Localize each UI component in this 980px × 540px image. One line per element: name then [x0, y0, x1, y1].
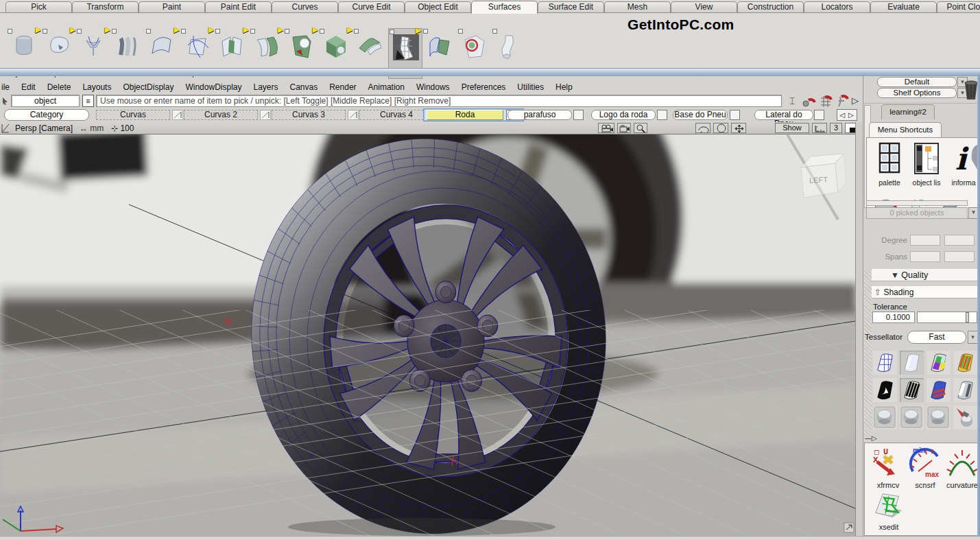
layer-checkbox[interactable] — [657, 110, 667, 120]
layer-category-button[interactable]: Category — [4, 109, 89, 121]
layer-symmetry-icon[interactable] — [260, 110, 271, 120]
tab-pick[interactable]: Pick — [5, 1, 72, 12]
tab-evaluate[interactable]: Evaluate — [870, 1, 937, 12]
zoom-tool-icon[interactable] — [634, 123, 647, 133]
tolerance-slider-thumb[interactable] — [966, 312, 969, 322]
tab-view[interactable]: View — [671, 1, 737, 12]
menu-windows[interactable]: Windows — [416, 82, 450, 92]
layer-checkbox[interactable] — [573, 110, 584, 120]
shading-mode-shaded-button[interactable] — [900, 351, 924, 375]
tab-curves[interactable]: Curves — [272, 1, 338, 12]
shading-mode-sphere-button[interactable] — [927, 406, 951, 430]
menu-objectdisplay[interactable]: ObjectDisplay — [123, 82, 174, 92]
magnet-point-snap-icon[interactable] — [801, 94, 816, 108]
shading-mode-patches-button[interactable] — [927, 351, 951, 375]
shading-mode-spray-button[interactable] — [953, 406, 977, 430]
layer-button-curvas-4[interactable]: Curvas 4 — [359, 110, 433, 120]
menu-canvas[interactable]: Canvas — [290, 82, 318, 92]
menu-layouts[interactable]: Layouts — [82, 82, 111, 92]
layout-corner-icon[interactable] — [845, 123, 856, 133]
layer-button-curvas-2[interactable]: Curvas 2 — [184, 110, 258, 120]
window-corner-icon[interactable] — [1, 124, 10, 133]
perspective-viewport-canvas[interactable]: LEFT — [0, 134, 855, 536]
layer-button-roda[interactable]: Roda — [427, 110, 503, 120]
shading-mode-sphere-button[interactable] — [873, 406, 897, 430]
tab-locators[interactable]: Locators — [804, 1, 870, 12]
tumble-icon[interactable] — [695, 123, 710, 133]
layer-button-curvas-3[interactable]: Curvas 3 — [272, 110, 346, 120]
tab-construction[interactable]: Construction — [737, 1, 804, 12]
shelf-options-select[interactable]: Shelf Options — [877, 88, 957, 98]
layer-button-lateral-do-pneu[interactable]: Lateral do Pneu — [754, 110, 813, 120]
shortcut-info[interactable]: iinforma — [946, 142, 979, 187]
tab-menu-shortcuts[interactable]: Menu Shortcuts — [869, 122, 942, 137]
tab-point-clouds[interactable]: Point Clouds — [937, 1, 980, 12]
menu-layers[interactable]: Layers — [253, 82, 278, 92]
viewport-resize-corner[interactable] — [844, 523, 854, 532]
tab-surface-edit[interactable]: Surface Edit — [538, 1, 604, 12]
picked-objects-status[interactable]: 0 picked objects — [866, 207, 968, 219]
shading-mode-chrome-button[interactable] — [953, 378, 977, 402]
menu-help[interactable]: Help — [555, 82, 573, 92]
tolerance-value-field[interactable]: 0.1000 — [872, 312, 915, 323]
tessellator-dropdown[interactable]: Fast — [907, 331, 966, 344]
show-menu-button[interactable]: Show — [775, 123, 809, 133]
camera-icon[interactable] — [598, 123, 614, 133]
menu-animation[interactable]: Animation — [368, 82, 405, 92]
menu-preferences[interactable]: Preferences — [462, 82, 506, 92]
spans-field-1[interactable] — [910, 251, 940, 262]
pan-icon[interactable] — [731, 123, 746, 133]
tool-xsedit[interactable]: xsedit — [873, 489, 905, 531]
camera-lock-icon[interactable] — [617, 123, 631, 133]
prompt-expand-arrow[interactable]: ▷ — [848, 94, 863, 108]
shading-mode-sphere-button[interactable] — [900, 406, 924, 430]
viewport-title[interactable]: Persp [Camera] — [15, 123, 73, 134]
tab-object-edit[interactable]: Object Edit — [405, 1, 471, 12]
tab-paint[interactable]: Paint — [139, 1, 205, 12]
shelf-set-select[interactable]: Default — [877, 77, 957, 87]
shading-mode-silhouette-button[interactable] — [873, 378, 897, 402]
quality-section-header[interactable]: ▼ Quality — [872, 269, 979, 281]
layer-checkbox[interactable] — [814, 110, 824, 120]
menu-ile[interactable]: ile — [1, 82, 10, 92]
tab-paint-edit[interactable]: Paint Edit — [205, 1, 272, 12]
layer-button-curvas[interactable]: Curvas — [96, 110, 170, 120]
degree-field-1[interactable] — [910, 235, 940, 246]
layer-symmetry-icon[interactable] — [348, 110, 359, 120]
spans-field-2[interactable] — [944, 251, 975, 262]
layer-button-parafuso[interactable]: parafuso — [507, 110, 572, 120]
layer-checkbox[interactable] — [730, 110, 740, 120]
tessellator-dropdown-arrow[interactable]: ▼ — [968, 331, 978, 344]
track-circle-icon[interactable] — [713, 123, 728, 133]
layer-scroll-arrows[interactable]: ◁ ▷ — [837, 109, 857, 121]
layer-button-logo-da-roda[interactable]: Logo da roda — [591, 110, 656, 120]
prompt-history-button[interactable]: ≡ — [82, 95, 94, 107]
shading-mode-zebra-button[interactable] — [900, 378, 924, 402]
tab-mesh[interactable]: Mesh — [604, 1, 671, 12]
menu-edit[interactable]: Edit — [21, 82, 36, 92]
menu-utilities[interactable]: Utilities — [517, 82, 544, 92]
ruler-icon[interactable] — [812, 123, 827, 133]
tab-transform[interactable]: Transform — [72, 1, 139, 12]
shortcut-palette[interactable]: palette — [872, 142, 907, 187]
shortcut-objlist[interactable]: object lis — [909, 142, 944, 187]
tool-scnsrf[interactable]: minmaxscnsrf — [909, 447, 942, 489]
layer-button-base-do-pneu[interactable]: Base do Pneu — [673, 110, 728, 120]
shading-mode-stripes-button[interactable] — [927, 378, 951, 402]
viewport-sidebar-divider[interactable] — [855, 122, 863, 536]
magnet-grid-snap-icon[interactable] — [818, 94, 833, 108]
layer-symmetry-icon[interactable] — [172, 110, 183, 120]
tab-curve-edit[interactable]: Curve Edit — [338, 1, 405, 12]
shading-mode-multicolor-button[interactable] — [953, 351, 977, 375]
tool-xfrmcv[interactable]: □ UXxfrmcv — [872, 447, 905, 489]
prompt-line-input[interactable]: Use mouse or enter name of item to pick … — [96, 95, 782, 107]
pick-object-field[interactable]: object — [11, 95, 80, 107]
menu-delete[interactable]: Delete — [47, 82, 71, 92]
tab-learning[interactable]: learning#2 — [881, 104, 935, 119]
shading-section-header[interactable]: ⇧ Shading — [872, 286, 979, 298]
tool-curvature[interactable]: curvature — [946, 447, 979, 489]
menu-windowdisplay[interactable]: WindowDisplay — [185, 82, 241, 92]
menu-render[interactable]: Render — [329, 82, 356, 92]
tab-surfaces[interactable]: Surfaces — [471, 1, 538, 14]
degree-field-2[interactable] — [944, 235, 975, 246]
